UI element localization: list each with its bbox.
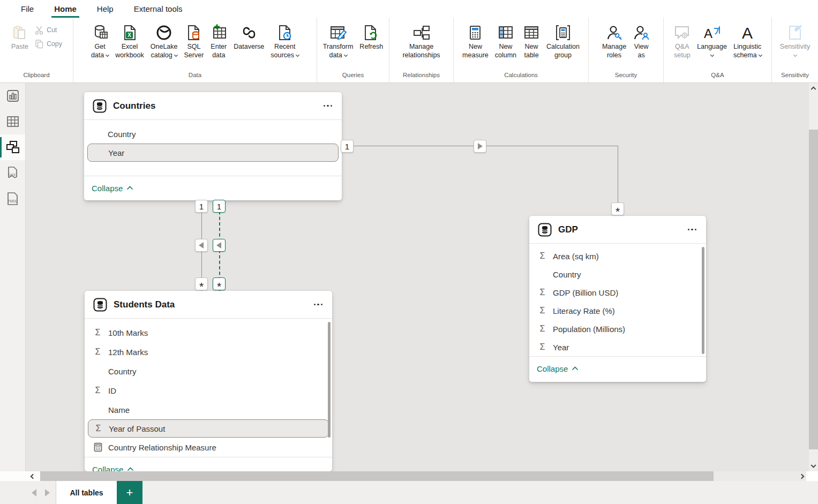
more-options-icon[interactable] (687, 225, 698, 234)
field-id[interactable]: Σ ID (85, 381, 332, 400)
field-10th-marks[interactable]: Σ 10th Marks (85, 323, 332, 342)
scroll-down-button[interactable] (809, 462, 818, 471)
card-scrollbar[interactable] (702, 247, 704, 354)
horizontal-scroll-track[interactable] (714, 471, 797, 481)
excel-workbook-button[interactable]: X Excel workbook (112, 22, 147, 61)
field-population-millions[interactable]: Σ Population (Millions) (529, 320, 706, 338)
field-year-of-passout-selected[interactable]: Σ Year of Passout (88, 419, 329, 438)
tab-all-tables[interactable]: All tables (56, 481, 117, 504)
calculation-group-button[interactable]: Calculation group (544, 22, 582, 61)
table-card-header[interactable]: Countries (84, 92, 342, 120)
linguistic-schema-icon: A (739, 23, 755, 42)
scroll-up-button[interactable] (809, 83, 818, 92)
cardinality-one-badge[interactable]: 1 (195, 200, 208, 213)
sidebar-item-report-view[interactable] (0, 83, 25, 109)
new-column-button[interactable]: New column (492, 22, 519, 61)
manage-roles-button[interactable]: Manage roles (599, 22, 629, 61)
ribbon-group-relationships: Manage relationships Relationships (389, 18, 454, 82)
relationship-direction-badge[interactable] (195, 239, 208, 252)
field-12th-marks[interactable]: Σ 12th Marks (85, 342, 332, 362)
tab-nav-left-icon[interactable] (28, 489, 36, 497)
measure-icon (92, 442, 103, 452)
relationship-line-countries-gdp-drop[interactable] (618, 146, 618, 204)
cardinality-many-badge[interactable]: * (611, 202, 624, 215)
field-country[interactable]: Country (84, 124, 342, 144)
field-year[interactable]: Σ Year (529, 338, 706, 356)
view-as-button[interactable]: View as (630, 22, 652, 61)
field-area-sq-km[interactable]: Σ Area (sq km) (529, 247, 706, 265)
collapse-link[interactable]: Collapse (529, 356, 706, 380)
field-country[interactable]: Country (529, 265, 706, 283)
refresh-button[interactable]: Refresh (357, 22, 386, 52)
vertical-scroll-track[interactable] (809, 92, 818, 462)
relationship-direction-badge[interactable] (474, 140, 486, 153)
recent-sources-button[interactable]: Recent sources (268, 22, 302, 61)
chevron-up-icon (127, 467, 134, 471)
svg-text:X: X (127, 32, 131, 38)
more-options-icon[interactable] (322, 102, 334, 110)
field-country[interactable]: Country (85, 362, 332, 381)
scroll-right-button[interactable] (797, 471, 806, 481)
horizontal-scrollbar[interactable] (0, 471, 818, 481)
sidebar-item-model-view[interactable] (0, 134, 25, 160)
cardinality-many-badge[interactable]: * (195, 277, 208, 290)
model-canvas[interactable]: 1 * 1 * 1 * Countries C (26, 83, 809, 471)
field-literacy-rate[interactable]: Σ Literacy Rate (%) (529, 302, 706, 320)
dax-query-view-icon: DAX (6, 166, 20, 180)
sum-icon: Σ (537, 306, 548, 315)
chevron-up-icon (126, 186, 133, 190)
vertical-scroll-thumb[interactable] (809, 130, 818, 449)
cardinality-one-badge-selected[interactable]: 1 (213, 200, 226, 213)
svg-text:DAX: DAX (7, 173, 16, 177)
table-card-countries[interactable]: Countries Country Year Collapse (84, 92, 342, 200)
dataverse-button[interactable]: Dataverse (231, 22, 267, 52)
field-country-relationship-measure[interactable]: Country Relationship Measure (85, 438, 332, 457)
more-options-icon[interactable] (313, 300, 324, 309)
collapse-link[interactable]: Collapse (85, 457, 332, 471)
sql-server-button[interactable]: SQL Server (181, 22, 206, 61)
card-scrollbar[interactable] (328, 322, 331, 438)
tab-nav-right-icon[interactable] (45, 489, 54, 497)
model-view-icon (6, 140, 20, 154)
field-name[interactable]: Name (85, 400, 332, 419)
add-layout-tab-button[interactable]: + (117, 481, 142, 504)
get-data-button[interactable]: Get data (88, 22, 111, 61)
linguistic-schema-button[interactable]: A Linguistic schema (731, 22, 764, 61)
language-button[interactable]: A Language (694, 22, 730, 61)
group-label-security: Security (589, 72, 663, 82)
field-year-selected[interactable]: Year (87, 144, 339, 162)
table-card-header[interactable]: GDP (529, 216, 706, 244)
relationship-direction-badge-selected[interactable] (213, 239, 226, 252)
sidebar-item-tmdl-view[interactable]: TMDL (0, 186, 25, 212)
field-gdp-billion-usd[interactable]: Σ GDP (Billion USD) (529, 283, 706, 302)
enter-data-button[interactable]: Enter data (207, 22, 230, 61)
scroll-left-button[interactable] (26, 471, 40, 481)
manage-relationships-button[interactable]: Manage relationships (400, 22, 442, 61)
group-label-clipboard: Clipboard (0, 72, 73, 82)
menu-home[interactable]: Home (44, 0, 87, 18)
arrow-left-icon (196, 242, 204, 249)
get-data-icon (92, 23, 109, 42)
horizontal-scroll-thumb[interactable] (40, 471, 714, 481)
manage-roles-icon (606, 23, 623, 42)
sidebar-item-dax-query-view[interactable]: DAX (0, 160, 25, 186)
table-card-students-data[interactable]: Students Data Σ 10th Marks Σ 12th Marks … (85, 291, 332, 471)
cardinality-one-badge[interactable]: 1 (341, 140, 354, 153)
vertical-scrollbar[interactable] (809, 83, 818, 471)
cardinality-many-badge-selected[interactable]: * (213, 277, 226, 290)
menu-help[interactable]: Help (87, 0, 124, 18)
new-measure-button[interactable]: New measure (460, 22, 491, 61)
table-card-gdp[interactable]: GDP Σ Area (sq km) Country Σ GDP (Billio… (529, 216, 706, 382)
view-as-icon (633, 23, 650, 42)
table-icon (93, 298, 107, 312)
onelake-catalog-button[interactable]: OneLake catalog (148, 22, 181, 61)
new-table-button[interactable]: New table (520, 22, 543, 61)
table-card-header[interactable]: Students Data (85, 291, 332, 319)
menu-external-tools[interactable]: External tools (124, 0, 193, 18)
menu-file[interactable]: File (11, 0, 44, 18)
ribbon-group-sensitivity: Sensitivity Sensitivity (772, 18, 818, 82)
transform-data-button[interactable]: Transform data (320, 22, 356, 61)
sidebar-item-table-view[interactable] (0, 109, 25, 134)
power-bi-model-view: File Home Help External tools Paste Cut (0, 0, 818, 504)
collapse-link[interactable]: Collapse (84, 176, 342, 200)
